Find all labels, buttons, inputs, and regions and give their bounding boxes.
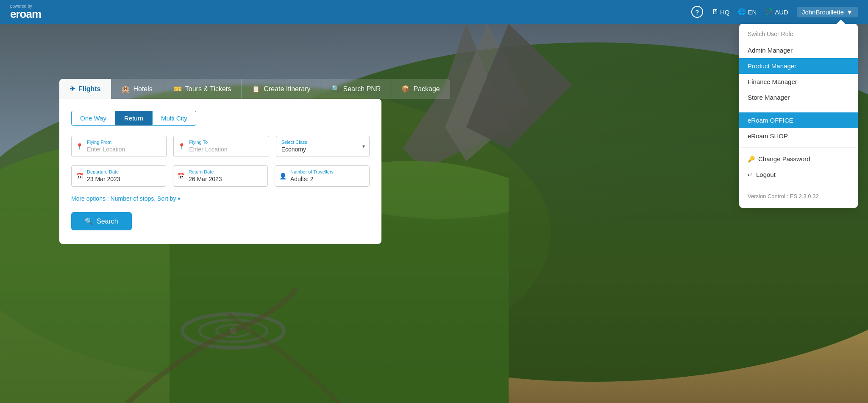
class-value: Economy [281, 146, 306, 153]
flying-from-placeholder: Enter Location [87, 146, 125, 153]
user-caret-icon: ▼ [846, 8, 853, 16]
flying-to-label: Flying To [189, 140, 263, 145]
logout-icon: ↩ [748, 171, 753, 178]
flying-to-placeholder: Enter Location [189, 146, 227, 153]
tab-pnr-label: Search PNR [343, 85, 381, 93]
search-button-icon: 🔍 [85, 217, 93, 225]
calendar-departure-icon: 📅 [76, 173, 83, 179]
return-date-value: 26 Mar 2023 [189, 176, 222, 182]
tab-hotels[interactable]: 🏨 Hotels [111, 79, 163, 99]
dropdown-divider-2 [739, 147, 858, 148]
departure-date-value: 23 Mar 2023 [87, 176, 120, 182]
dropdown-item-shop[interactable]: eRoam SHOP [739, 128, 858, 144]
return-button[interactable]: Return [115, 111, 152, 126]
flying-to-field[interactable]: 📍 Flying To Enter Location [173, 136, 269, 157]
brand-name: eroam [10, 8, 41, 20]
currency-icon: 💱 [765, 8, 773, 16]
more-options-text: More options : Number of stops, Sort by [71, 195, 176, 202]
more-options-chevron-icon: ▾ [178, 195, 181, 202]
tours-icon: 🎫 [173, 85, 182, 93]
fields-row-2: 📅 Departure Date 23 Mar 2023 📅 Return Da… [71, 165, 370, 187]
tab-itinerary[interactable]: 📋 Create Itinerary [242, 79, 321, 99]
tab-flights[interactable]: ✈ Flights [59, 79, 111, 99]
dropdown-divider-3 [739, 186, 858, 186]
class-select-field[interactable]: Select Class Economy ▾ [276, 136, 370, 157]
product-manager-label: Product Manager [748, 62, 796, 70]
change-password-label: Change Password [758, 155, 810, 162]
tab-package[interactable]: 📦 Package [391, 79, 450, 99]
hotels-icon: 🏨 [121, 85, 130, 93]
travellers-icon: 👤 [279, 173, 287, 179]
travellers-value: Adults: 2 [290, 176, 313, 182]
trip-type-selector: One Way Return Multi City [71, 111, 370, 126]
currency-selector[interactable]: 💱 AUD [765, 8, 788, 16]
dropdown-item-store[interactable]: Store Manager [739, 90, 858, 105]
dropdown-title: Switch User Role [739, 27, 858, 42]
flying-from-label: Flying From [87, 140, 161, 145]
fields-row-1: 📍 Flying From Enter Location 📍 Flying To… [71, 136, 370, 157]
location-to-icon: 📍 [178, 143, 185, 150]
eroam-office-label: eRoam OFFICE [748, 117, 793, 124]
class-label: Select Class [281, 140, 356, 145]
departure-date-field[interactable]: 📅 Departure Date 23 Mar 2023 [71, 165, 166, 187]
dropdown-item-change-password[interactable]: 🔑 Change Password [739, 151, 858, 167]
tab-tours[interactable]: 🎫 Tours & Tickets [163, 79, 242, 99]
tab-package-label: Package [413, 85, 440, 93]
globe-icon: 🌐 [738, 8, 746, 16]
admin-manager-label: Admin Manager [748, 47, 793, 54]
tab-flights-label: Flights [78, 85, 100, 93]
user-dropdown-menu: Switch User Role Admin Manager Product M… [739, 24, 858, 208]
eroam-shop-label: eRoam SHOP [748, 132, 788, 140]
one-way-button[interactable]: One Way [71, 111, 115, 126]
help-icon[interactable]: ? [691, 6, 703, 18]
flights-icon: ✈ [70, 85, 75, 93]
package-icon: 📦 [401, 85, 410, 93]
dropdown-caret [837, 20, 845, 24]
dropdown-item-product[interactable]: Product Manager [739, 58, 858, 74]
location-from-icon: 📍 [76, 143, 83, 150]
search-button-label: Search [97, 218, 118, 225]
user-menu-trigger[interactable]: JohnBrouillette ▼ [797, 7, 858, 17]
user-name: JohnBrouillette [802, 8, 844, 16]
brand[interactable]: powered by eroam [10, 4, 41, 20]
dropdown-item-finance[interactable]: Finance Manager [739, 74, 858, 90]
travellers-label: Number of Travellers [290, 169, 364, 174]
itinerary-icon: 📋 [252, 85, 260, 93]
calendar-return-icon: 📅 [178, 173, 185, 179]
departure-date-label: Departure Date [87, 169, 161, 174]
search-button[interactable]: 🔍 Search [71, 212, 132, 230]
language-selector[interactable]: 🌐 EN [738, 8, 757, 16]
return-date-label: Return Date [189, 169, 262, 174]
hq-link[interactable]: 🖥 HQ [712, 8, 730, 16]
hq-icon: 🖥 [712, 8, 718, 16]
logout-label: Logout [756, 171, 776, 178]
more-options-link[interactable]: More options : Number of stops, Sort by … [71, 195, 370, 202]
flying-from-field[interactable]: 📍 Flying From Enter Location [71, 136, 167, 157]
pnr-icon: 🔍 [331, 85, 340, 93]
finance-manager-label: Finance Manager [748, 78, 797, 85]
dropdown-divider-1 [739, 109, 858, 109]
travellers-field[interactable]: 👤 Number of Travellers Adults: 2 [275, 165, 370, 187]
tab-itinerary-label: Create Itinerary [264, 85, 310, 93]
dropdown-item-office[interactable]: eRoam OFFICE [739, 112, 858, 128]
tab-pnr[interactable]: 🔍 Search PNR [321, 79, 392, 99]
store-manager-label: Store Manager [748, 94, 790, 101]
multi-city-button[interactable]: Multi City [152, 111, 196, 126]
dropdown-item-logout[interactable]: ↩ Logout [739, 167, 858, 182]
navbar: powered by eroam ? 🖥 HQ 🌐 EN 💱 AUD JohnB… [0, 0, 868, 24]
key-icon: 🔑 [748, 156, 755, 162]
search-panel: One Way Return Multi City 📍 Flying From … [59, 99, 381, 244]
navbar-right: ? 🖥 HQ 🌐 EN 💱 AUD JohnBrouillette ▼ [691, 6, 858, 18]
tab-hotels-label: Hotels [133, 85, 152, 93]
dropdown-item-admin[interactable]: Admin Manager [739, 42, 858, 58]
return-date-field[interactable]: 📅 Return Date 26 Mar 2023 [173, 165, 268, 187]
version-text: Version Control : ES 2.3.0.32 [739, 190, 858, 203]
tab-tours-label: Tours & Tickets [185, 85, 231, 93]
class-dropdown-icon: ▾ [362, 143, 365, 149]
